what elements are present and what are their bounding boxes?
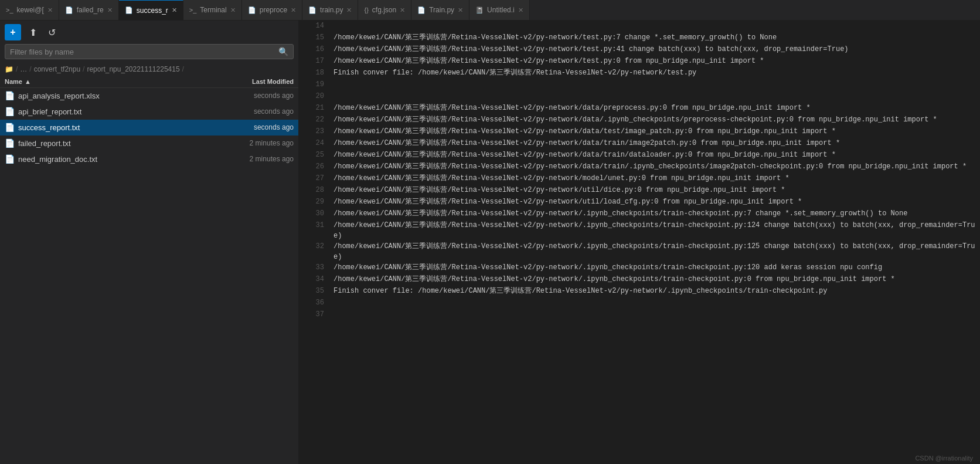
breadcrumb-convert[interactable]: convert_tf2npu bbox=[34, 65, 80, 73]
tab-label: train.py bbox=[320, 6, 343, 14]
file-explorer: + ⬆ ↺ 🔍 📁 / … / convert_tf2npu / report_… bbox=[0, 21, 299, 464]
tab-cfg_json[interactable]: {} cfg.json ✕ bbox=[358, 0, 411, 20]
line-content: /home/kewei/CANN/第三季训练营/Retina-VesselNet… bbox=[334, 220, 975, 241]
line-number: 22 bbox=[304, 114, 324, 126]
breadcrumb-sep2: / bbox=[29, 65, 31, 73]
line-number: 24 bbox=[304, 138, 324, 150]
tab-icon: >_ bbox=[6, 6, 13, 13]
terminal-line: 24/home/kewei/CANN/第三季训练营/Retina-VesselN… bbox=[299, 138, 980, 150]
tab-icon: 📄 bbox=[417, 6, 426, 14]
line-content: /home/kewei/CANN/第三季训练营/Retina-VesselNet… bbox=[334, 185, 785, 197]
tab-close-btn[interactable]: ✕ bbox=[458, 6, 463, 14]
file-name: failed_report.txt bbox=[18, 139, 250, 148]
tab-label: Train.py bbox=[429, 6, 454, 14]
watermark: CSDN @irrationality bbox=[299, 452, 980, 464]
line-number: 17 bbox=[304, 56, 324, 67]
terminal-line: 37 bbox=[299, 309, 980, 321]
line-content: /home/kewei/CANN/第三季训练营/Retina-VesselNet… bbox=[334, 56, 764, 67]
breadcrumb-ellipsis[interactable]: … bbox=[20, 65, 27, 73]
line-number: 16 bbox=[304, 44, 324, 56]
line-content: Finish conver file: /home/kewei/CANN/第三季… bbox=[334, 286, 828, 297]
file-modified: seconds ago bbox=[254, 123, 294, 131]
terminal-line: 31/home/kewei/CANN/第三季训练营/Retina-VesselN… bbox=[299, 220, 980, 241]
new-button[interactable]: + bbox=[5, 24, 21, 40]
line-number: 20 bbox=[304, 91, 324, 103]
terminal-content[interactable]: 14 15/home/kewei/CANN/第三季训练营/Retina-Vess… bbox=[299, 21, 980, 452]
tab-icon: 📄 bbox=[248, 6, 256, 14]
col-modified-header[interactable]: Last Modified bbox=[217, 78, 294, 85]
terminal-line: 34/home/kewei/CANN/第三季训练营/Retina-VesselN… bbox=[299, 274, 980, 286]
line-number: 29 bbox=[304, 197, 324, 208]
line-number: 14 bbox=[304, 21, 324, 32]
line-number: 15 bbox=[304, 32, 324, 44]
tab-preproce[interactable]: 📄 preproce ✕ bbox=[242, 0, 302, 20]
breadcrumb-report[interactable]: report_npu_20221111225415 bbox=[87, 65, 179, 73]
tab-Untitled[interactable]: 📓 Untitled.i ✕ bbox=[469, 0, 530, 20]
line-content: /home/kewei/CANN/第三季训练营/Retina-VesselNet… bbox=[334, 262, 882, 274]
tab-icon: 📄 bbox=[125, 6, 133, 14]
terminal-line: 26/home/kewei/CANN/第三季训练营/Retina-VesselN… bbox=[299, 161, 980, 173]
refresh-button[interactable]: ↺ bbox=[45, 25, 59, 39]
file-name: need_migration_doc.txt bbox=[18, 155, 250, 164]
tab-close-btn[interactable]: ✕ bbox=[172, 6, 177, 14]
tab-label: failed_re bbox=[77, 6, 104, 14]
main-layout: + ⬆ ↺ 🔍 📁 / … / convert_tf2npu / report_… bbox=[0, 21, 980, 464]
tab-close-btn[interactable]: ✕ bbox=[346, 6, 352, 14]
line-content: /home/kewei/CANN/第三季训练营/Retina-VesselNet… bbox=[334, 150, 836, 161]
upload-button[interactable]: ⬆ bbox=[26, 25, 40, 39]
tab-bar: >_ kewei@[ ✕📄 failed_re ✕📄 success_r ✕>_… bbox=[0, 0, 980, 21]
file-item[interactable]: 📄 api_brief_report.txt seconds ago bbox=[0, 104, 298, 120]
file-item[interactable]: 📄 success_report.txt seconds ago bbox=[0, 120, 298, 136]
line-number: 26 bbox=[304, 161, 324, 173]
tab-Train_py[interactable]: 📄 Train.py ✕ bbox=[411, 0, 469, 20]
terminal-line: 29/home/kewei/CANN/第三季训练营/Retina-VesselN… bbox=[299, 197, 980, 208]
terminal-line: 14 bbox=[299, 21, 980, 32]
file-item[interactable]: 📄 need_migration_doc.txt 2 minutes ago bbox=[0, 151, 298, 167]
line-number: 18 bbox=[304, 67, 324, 79]
terminal-line: 18Finish conver file: /home/kewei/CANN/第… bbox=[299, 67, 980, 79]
line-number: 27 bbox=[304, 173, 324, 185]
tab-label: success_r bbox=[137, 6, 168, 15]
line-number: 28 bbox=[304, 185, 324, 197]
line-number: 37 bbox=[304, 309, 324, 321]
line-content: /home/kewei/CANN/第三季训练营/Retina-VesselNet… bbox=[334, 208, 907, 220]
tab-close-btn[interactable]: ✕ bbox=[107, 6, 113, 14]
search-input[interactable] bbox=[10, 48, 278, 56]
line-number: 34 bbox=[304, 274, 324, 286]
file-item[interactable]: 📄 api_analysis_report.xlsx seconds ago bbox=[0, 88, 298, 104]
tab-Terminal[interactable]: >_ Terminal ✕ bbox=[183, 0, 242, 20]
tab-failed_rep[interactable]: 📄 failed_re ✕ bbox=[59, 0, 119, 20]
tab-close-btn[interactable]: ✕ bbox=[230, 6, 236, 14]
file-modified: seconds ago bbox=[254, 92, 294, 100]
terminal-line: 36 bbox=[299, 297, 980, 309]
tab-close-btn[interactable]: ✕ bbox=[291, 6, 296, 14]
tab-icon: 📄 bbox=[308, 6, 317, 14]
breadcrumb-sep1: / bbox=[16, 65, 18, 73]
search-icon: 🔍 bbox=[278, 47, 288, 56]
tab-close-btn[interactable]: ✕ bbox=[518, 6, 523, 14]
terminal-line: 17/home/kewei/CANN/第三季训练营/Retina-VesselN… bbox=[299, 56, 980, 67]
file-item[interactable]: 📄 failed_report.txt 2 minutes ago bbox=[0, 136, 298, 151]
line-content: /home/kewei/CANN/第三季训练营/Retina-VesselNet… bbox=[334, 274, 895, 286]
tab-close-btn[interactable]: ✕ bbox=[400, 6, 405, 14]
breadcrumb-sep4: / bbox=[182, 65, 184, 73]
breadcrumb-sep3: / bbox=[83, 65, 84, 73]
terminal-line: 22/home/kewei/CANN/第三季训练营/Retina-VesselN… bbox=[299, 114, 980, 126]
tab-kewei[interactable]: >_ kewei@[ ✕ bbox=[0, 0, 59, 20]
tab-icon: 📓 bbox=[475, 6, 484, 14]
col-name-header[interactable]: Name ▲ bbox=[5, 78, 217, 85]
sort-icon: ▲ bbox=[25, 78, 31, 85]
tab-success_r[interactable]: 📄 success_r ✕ bbox=[119, 0, 183, 20]
tab-close-btn[interactable]: ✕ bbox=[47, 6, 53, 14]
breadcrumb-folder-icon: 📁 bbox=[5, 65, 13, 73]
tab-label: Untitled.i bbox=[487, 6, 515, 14]
terminal-line: 21/home/kewei/CANN/第三季训练营/Retina-VesselN… bbox=[299, 103, 980, 114]
tab-icon: {} bbox=[364, 6, 368, 13]
tab-train_py[interactable]: 📄 train.py ✕ bbox=[302, 0, 358, 20]
line-number: 21 bbox=[304, 103, 324, 114]
upload-icon: ⬆ bbox=[29, 27, 37, 38]
terminal-line: 25/home/kewei/CANN/第三季训练营/Retina-VesselN… bbox=[299, 150, 980, 161]
file-name: api_analysis_report.xlsx bbox=[18, 92, 254, 100]
tab-icon: >_ bbox=[189, 6, 197, 13]
line-number: 32 bbox=[304, 241, 324, 262]
